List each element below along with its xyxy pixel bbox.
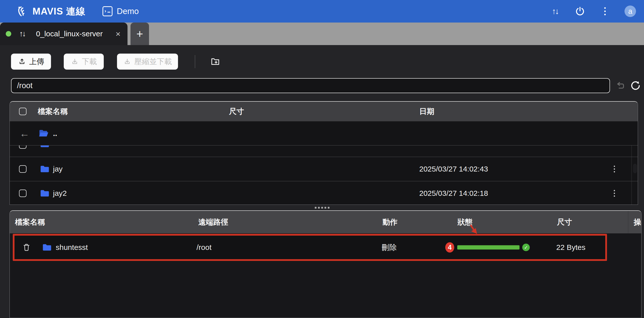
scrollbar-thumb[interactable] <box>633 164 637 173</box>
power-icon[interactable] <box>574 6 586 17</box>
download-label: 下載 <box>82 57 97 67</box>
compress-download-button[interactable]: 壓縮並下載 <box>117 54 178 70</box>
tab-transfer-icon: ↑↓ <box>19 29 25 38</box>
file-table-header: 檔案名稱 尺寸 日期 <box>10 102 638 121</box>
file-row-partial[interactable] <box>10 145 638 157</box>
transfer-table-header: 檔案名稱 遠端路徑 動作 狀態 尺寸 操 <box>10 211 641 233</box>
toolbar: 上傳 下載 壓縮並下載 <box>11 54 221 70</box>
column-header-action: 動作 <box>382 217 398 227</box>
retry-count-badge: 4 <box>445 242 454 253</box>
row-menu-icon[interactable] <box>614 166 615 173</box>
parent-directory-row[interactable]: ← .. <box>10 121 638 145</box>
refresh-icon[interactable] <box>630 80 641 91</box>
topbar-actions: ↑↓ a <box>550 6 636 17</box>
transfer-action: 刪除 <box>382 242 397 253</box>
download-icon <box>71 58 79 66</box>
file-name: jay <box>53 165 62 173</box>
session-button[interactable]: › Demo <box>102 6 139 16</box>
path-row <box>11 78 641 93</box>
more-menu-icon[interactable] <box>600 6 610 17</box>
mavis-logo-icon <box>16 5 28 18</box>
file-row-jay[interactable]: jay 2025/03/27 14:02:43 <box>10 157 638 181</box>
column-header-name: 檔案名稱 <box>15 217 45 227</box>
column-separator <box>628 211 628 233</box>
column-header-status: 狀態 <box>458 217 472 227</box>
transfer-panel: 檔案名稱 遠端路徑 動作 狀態 尺寸 操 shuntesst /root 刪除 <box>10 210 642 318</box>
download-icon <box>123 58 131 66</box>
upload-label: 上傳 <box>29 57 44 67</box>
brand: MAVIS 連線 <box>16 5 86 18</box>
back-arrow-icon[interactable]: ← <box>20 128 30 139</box>
panel-splitter-handle[interactable] <box>0 205 644 210</box>
session-label: Demo <box>117 7 139 16</box>
tab-label: 0_local_linux-server <box>36 30 103 38</box>
tab-strip: ↑↓ 0_local_linux-server × + <box>0 23 644 45</box>
app-title: MAVIS 連線 <box>32 5 86 18</box>
column-header-remote-path: 遠端路徑 <box>198 217 228 227</box>
column-header-date: 日期 <box>419 106 434 117</box>
file-date: 2025/03/27 14:02:43 <box>419 165 488 173</box>
column-header-size: 尺寸 <box>557 217 572 227</box>
new-tab-button[interactable]: + <box>130 23 149 45</box>
download-button[interactable]: 下載 <box>64 54 104 70</box>
tab-local-linux-server[interactable]: ↑↓ 0_local_linux-server × <box>0 23 128 45</box>
transfer-file-name: shuntesst <box>56 243 88 252</box>
topbar: MAVIS 連線 › Demo ↑↓ a <box>0 0 644 23</box>
column-header-name: 檔案名稱 <box>38 106 68 117</box>
row-checkbox[interactable] <box>19 145 26 149</box>
progress-bar <box>457 245 520 250</box>
new-folder-icon[interactable] <box>210 56 221 67</box>
main-content: 上傳 下載 壓縮並下載 <box>0 45 644 318</box>
delete-transfer-icon[interactable] <box>22 243 31 252</box>
folder-icon <box>39 188 50 199</box>
tab-close-icon[interactable]: × <box>116 30 120 38</box>
open-folder-icon <box>38 128 50 139</box>
select-all-checkbox[interactable] <box>19 108 26 115</box>
folder-icon <box>39 145 50 149</box>
transfer-remote-path: /root <box>196 243 212 252</box>
parent-directory-label: .. <box>53 129 57 138</box>
connection-status-dot <box>6 31 11 37</box>
folder-icon <box>39 164 50 175</box>
terminal-icon: › <box>102 6 112 16</box>
highlighted-transfer-row[interactable]: shuntesst /root 刪除 4 ✓ 22 Bytes <box>13 234 607 261</box>
toolbar-divider <box>195 55 195 68</box>
file-list-panel: 檔案名稱 尺寸 日期 ← .. <box>10 101 638 205</box>
path-input[interactable] <box>11 78 610 93</box>
success-check-icon: ✓ <box>522 244 530 251</box>
transfers-icon[interactable]: ↑↓ <box>550 6 560 17</box>
avatar[interactable]: a <box>624 6 636 17</box>
scrollbar-track <box>632 145 632 205</box>
file-name: jay2 <box>53 189 67 198</box>
row-menu-icon[interactable] <box>614 190 615 197</box>
file-date: 2025/03/27 14:02:18 <box>419 189 488 198</box>
file-row-jay2[interactable]: jay2 2025/03/27 14:02:18 <box>10 181 638 205</box>
transfer-size: 22 Bytes <box>556 243 586 252</box>
undo-icon[interactable] <box>616 81 626 91</box>
column-header-size: 尺寸 <box>229 106 244 117</box>
upload-icon <box>18 58 26 66</box>
column-header-operations: 操 <box>634 217 641 227</box>
folder-icon <box>42 242 52 253</box>
row-checkbox[interactable] <box>19 165 26 173</box>
upload-button[interactable]: 上傳 <box>11 54 51 70</box>
row-checkbox[interactable] <box>19 190 26 197</box>
compress-download-label: 壓縮並下載 <box>134 57 172 67</box>
